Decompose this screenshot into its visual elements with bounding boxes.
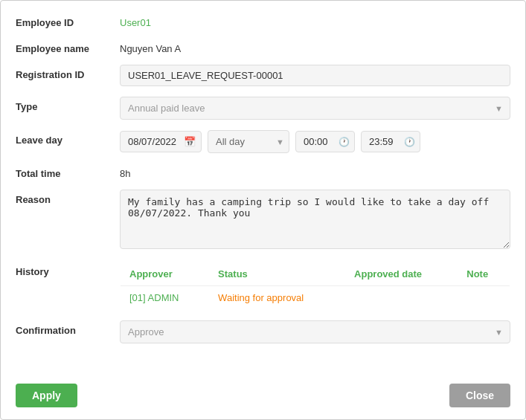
col-note: Note <box>458 262 510 286</box>
time-end-wrap[interactable]: 🕐 <box>361 131 420 152</box>
registration-id-field <box>120 65 510 86</box>
registration-id-row: Registration ID <box>16 65 510 86</box>
total-time-label: Total time <box>16 164 120 179</box>
confirmation-select-wrapper[interactable]: Approve ▼ <box>120 320 510 343</box>
status-cell: Waiting for approval <box>209 286 345 310</box>
approver-cell: [01] ADMIN <box>121 286 210 310</box>
employee-id-value: User01 <box>120 13 510 28</box>
footer: Apply Close <box>16 378 510 407</box>
type-label: Type <box>16 97 120 112</box>
history-table: Approver Status Approved date Note [01] … <box>120 262 510 310</box>
clock-icon: 🕐 <box>404 137 415 147</box>
employee-id-label: Employee ID <box>16 13 120 28</box>
total-time-value: 8h <box>120 164 510 179</box>
confirmation-label: Confirmation <box>16 320 120 336</box>
type-row: Type Annual paid leave ▼ <box>16 97 510 120</box>
type-select-wrapper[interactable]: Annual paid leave ▼ <box>120 97 510 120</box>
leave-day-row: Leave day 📅 All day ▼ 🕐 <box>16 130 510 153</box>
reason-textarea[interactable]: My family has a camping trip so I would … <box>120 190 510 249</box>
approved-date-cell <box>345 286 458 310</box>
total-time-row: Total time 8h <box>16 164 510 179</box>
col-status: Status <box>209 262 345 286</box>
close-button[interactable]: Close <box>449 384 510 407</box>
col-approved-date: Approved date <box>345 262 458 286</box>
confirmation-select[interactable]: Approve <box>120 320 510 343</box>
time-start-wrap[interactable]: 🕐 <box>295 131 355 152</box>
history-label: History <box>16 262 120 277</box>
allday-select[interactable]: All day <box>208 130 289 153</box>
note-cell <box>458 286 510 310</box>
clock-icon: 🕐 <box>339 137 350 147</box>
form-body: Employee ID User01 Employee name Nguyen … <box>16 13 510 366</box>
employee-name-label: Employee name <box>16 39 120 54</box>
apply-button[interactable]: Apply <box>16 384 77 407</box>
employee-name-value: Nguyen Van A <box>120 39 510 54</box>
employee-id-row: Employee ID User01 <box>16 13 510 28</box>
registration-id-input <box>120 65 510 86</box>
type-select[interactable]: Annual paid leave <box>120 97 510 120</box>
col-approver: Approver <box>121 262 210 286</box>
leave-day-inputs: 📅 All day ▼ 🕐 🕐 <box>120 130 510 153</box>
allday-select-wrap[interactable]: All day ▼ <box>208 130 289 153</box>
history-row: History Approver Status Approved date No… <box>16 262 510 310</box>
history-header-row: Approver Status Approved date Note <box>121 262 510 286</box>
history-table-wrap: Approver Status Approved date Note [01] … <box>120 262 510 310</box>
modal-container: Employee ID User01 Employee name Nguyen … <box>0 0 526 420</box>
registration-id-label: Registration ID <box>16 65 120 80</box>
reason-label: Reason <box>16 190 120 205</box>
employee-name-row: Employee name Nguyen Van A <box>16 39 510 54</box>
leave-date-wrap[interactable]: 📅 <box>120 131 202 152</box>
reason-field: My family has a camping trip so I would … <box>120 190 510 251</box>
table-row: [01] ADMIN Waiting for approval <box>121 286 510 310</box>
reason-row: Reason My family has a camping trip so I… <box>16 190 510 251</box>
calendar-icon: 📅 <box>184 136 196 147</box>
confirmation-row: Confirmation Approve ▼ <box>16 320 510 343</box>
leave-day-label: Leave day <box>16 130 120 146</box>
